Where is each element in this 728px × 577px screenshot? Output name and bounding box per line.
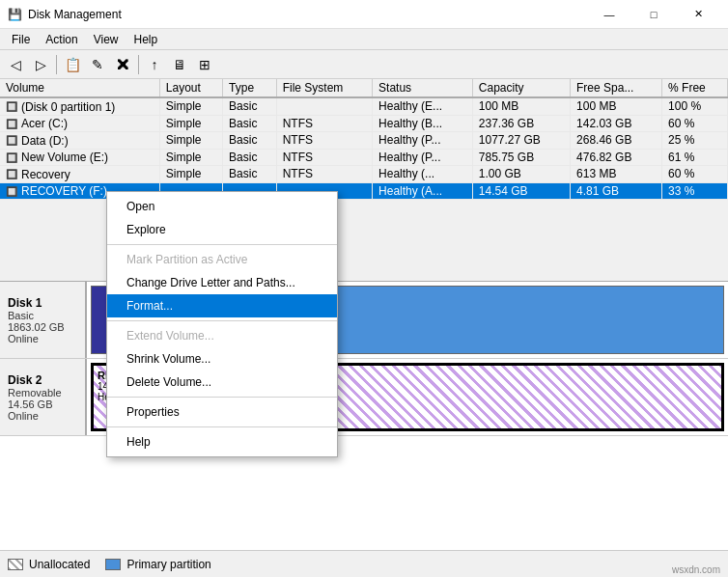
- maximize-button[interactable]: □: [631, 0, 676, 29]
- window-title: Disk Management: [28, 8, 122, 21]
- table-row[interactable]: 🔲Acer (C:) Simple Basic NTFS Healthy (B.…: [0, 115, 728, 132]
- table-row[interactable]: 🔲Data (D:) Simple Basic NTFS Healthy (P.…: [0, 132, 728, 150]
- col-volume: Volume: [0, 79, 159, 97]
- cell-type: Basic: [223, 97, 277, 115]
- menu-view[interactable]: View: [86, 31, 126, 48]
- title-bar: 💾 Disk Management — □ ✕: [0, 0, 728, 29]
- menu-help[interactable]: Help: [126, 31, 166, 48]
- context-menu-item-format---[interactable]: Format...: [107, 294, 337, 317]
- cell-pct: 33 %: [662, 182, 728, 200]
- cell-free: 268.46 GB: [571, 132, 662, 150]
- app-icon: 💾: [8, 8, 22, 21]
- status-bar: Unallocated Primary partition: [0, 550, 728, 577]
- disk-1-type: Basic: [8, 310, 77, 321]
- col-type: Type: [223, 79, 277, 97]
- cell-fs: NTFS: [276, 166, 372, 183]
- cell-layout: Simple: [159, 166, 222, 183]
- cell-free: 476.82 GB: [571, 149, 662, 166]
- watermark: wsxdn.com: [672, 564, 720, 575]
- context-menu-separator: [107, 320, 337, 321]
- cell-status: Healthy (A...: [373, 182, 473, 200]
- legend-unallocated-box: [8, 559, 23, 570]
- forward-button[interactable]: ▷: [29, 53, 52, 76]
- cell-status: Healthy (B...: [373, 115, 473, 132]
- cell-volume: 🔲Data (D:): [0, 132, 159, 150]
- legend-primary-label: Primary partition: [126, 558, 210, 571]
- menu-file[interactable]: File: [4, 31, 38, 48]
- cell-capacity: 237.36 GB: [472, 115, 570, 132]
- cell-layout: Simple: [159, 132, 222, 150]
- cell-free: 613 MB: [571, 166, 662, 183]
- minimize-button[interactable]: —: [587, 0, 631, 29]
- disk-2-status: Online: [8, 410, 77, 422]
- context-menu-item-extend-volume---: Extend Volume...: [107, 324, 337, 347]
- cell-capacity: 785.75 GB: [472, 149, 570, 166]
- disk-2-label: Disk 2 Removable 14.56 GB Online: [0, 359, 87, 435]
- col-fs: File System: [276, 79, 372, 97]
- toolbar-btn-4[interactable]: ↑: [143, 53, 166, 76]
- close-button[interactable]: ✕: [676, 0, 720, 29]
- context-menu: OpenExploreMark Partition as ActiveChang…: [106, 191, 338, 457]
- context-menu-separator: [107, 426, 337, 427]
- col-layout: Layout: [159, 79, 222, 97]
- cell-free: 142.03 GB: [571, 115, 662, 132]
- cell-fs: NTFS: [276, 149, 372, 166]
- cell-fs: NTFS: [276, 115, 372, 132]
- title-controls: — □ ✕: [587, 0, 720, 29]
- context-menu-item-delete-volume---[interactable]: Delete Volume...: [107, 371, 337, 394]
- toolbar-separator-2: [138, 55, 139, 74]
- cell-type: Basic: [223, 166, 277, 183]
- cell-volume: 🔲(Disk 0 partition 1): [0, 97, 159, 115]
- volume-table: Volume Layout Type File System Status Ca…: [0, 79, 728, 200]
- toolbar-btn-2[interactable]: ✎: [86, 53, 109, 76]
- context-menu-separator: [107, 244, 337, 245]
- context-menu-item-change-drive-letter-and-paths---[interactable]: Change Drive Letter and Paths...: [107, 271, 337, 294]
- cell-status: Healthy (...: [373, 166, 473, 183]
- cell-volume: 🔲Recovery: [0, 166, 159, 183]
- context-menu-separator: [107, 397, 337, 398]
- cell-pct: 61 %: [662, 149, 728, 166]
- cell-type: Basic: [223, 132, 277, 150]
- cell-pct: 25 %: [662, 132, 728, 150]
- back-button[interactable]: ◁: [4, 53, 27, 76]
- context-menu-item-help[interactable]: Help: [107, 430, 337, 453]
- col-capacity: Capacity: [472, 79, 570, 97]
- disk-2-name: Disk 2: [8, 373, 77, 387]
- context-menu-item-open[interactable]: Open: [107, 195, 337, 218]
- table-row[interactable]: 🔲Recovery Simple Basic NTFS Healthy (...…: [0, 166, 728, 183]
- col-pct: % Free: [662, 79, 728, 97]
- disk-1-size: 1863.02 GB: [8, 321, 77, 333]
- cell-free: 100 MB: [571, 97, 662, 115]
- toolbar-separator-1: [56, 55, 57, 74]
- table-row[interactable]: 🔲(Disk 0 partition 1) Simple Basic Healt…: [0, 97, 728, 115]
- cell-type: Basic: [223, 115, 277, 132]
- toolbar-btn-1[interactable]: 📋: [61, 53, 84, 76]
- cell-capacity: 14.54 GB: [472, 182, 570, 200]
- context-menu-item-explore[interactable]: Explore: [107, 218, 337, 241]
- cell-fs: NTFS: [276, 132, 372, 150]
- menu-action[interactable]: Action: [38, 31, 85, 48]
- col-free: Free Spa...: [571, 79, 662, 97]
- cell-volume: 🔲New Volume (E:): [0, 149, 159, 166]
- cell-status: Healthy (P...: [373, 132, 473, 150]
- table-header-row: Volume Layout Type File System Status Ca…: [0, 79, 728, 97]
- disk-1-label: Disk 1 Basic 1863.02 GB Online: [0, 282, 87, 358]
- cell-capacity: 1077.27 GB: [472, 132, 570, 150]
- cell-free: 4.81 GB: [571, 182, 662, 200]
- cell-pct: 60 %: [662, 115, 728, 132]
- cell-capacity: 1.00 GB: [472, 166, 570, 183]
- cell-status: Healthy (P...: [373, 149, 473, 166]
- toolbar-btn-5[interactable]: 🖥: [168, 53, 191, 76]
- disk-2-size: 14.56 GB: [8, 398, 77, 410]
- cell-layout: Simple: [159, 115, 222, 132]
- legend-primary: Primary partition: [105, 558, 210, 571]
- cell-capacity: 100 MB: [472, 97, 570, 115]
- table-row[interactable]: 🔲New Volume (E:) Simple Basic NTFS Healt…: [0, 149, 728, 166]
- toolbar-btn-3[interactable]: 🗙: [111, 53, 134, 76]
- cell-volume: 🔲Acer (C:): [0, 115, 159, 132]
- cell-pct: 100 %: [662, 97, 728, 115]
- toolbar-btn-6[interactable]: ⊞: [193, 53, 216, 76]
- cell-status: Healthy (E...: [373, 97, 473, 115]
- context-menu-item-shrink-volume---[interactable]: Shrink Volume...: [107, 347, 337, 371]
- context-menu-item-properties[interactable]: Properties: [107, 400, 337, 424]
